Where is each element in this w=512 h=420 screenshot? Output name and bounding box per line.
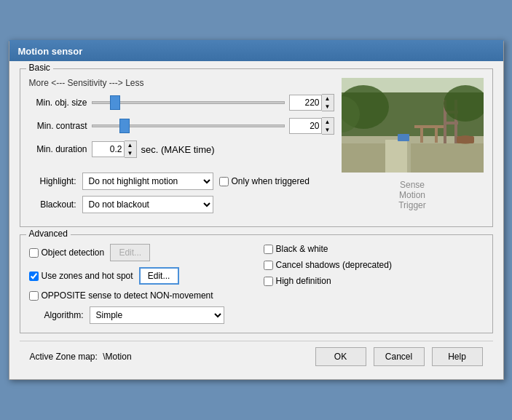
- object-detection-checkbox[interactable]: [29, 248, 39, 258]
- motion-sensor-dialog: Motion sensor Basic More <--- Sensitivit…: [9, 40, 504, 380]
- min-obj-size-spinbox: 220 ▲ ▼: [289, 94, 334, 111]
- min-duration-input[interactable]: 0.2: [92, 141, 125, 157]
- active-zone: Active Zone map: \Motion: [30, 352, 308, 362]
- high-definition-label[interactable]: High definition: [264, 276, 331, 286]
- min-contrast-input[interactable]: 20: [289, 118, 322, 134]
- duration-suffix: sec. (MAKE time): [141, 144, 215, 155]
- highlight-label: Highlight:: [29, 176, 76, 186]
- svg-rect-17: [457, 136, 474, 143]
- opposite-sense-label[interactable]: OPPOSITE sense to detect NON-movement: [29, 290, 213, 301]
- highlight-select[interactable]: Do not highlight motion Highlight motion…: [82, 173, 213, 190]
- only-when-triggered-label[interactable]: Only when triggered: [219, 176, 310, 186]
- advanced-group: Advanced Object detection Edit... Use zo…: [20, 234, 493, 333]
- trigger-label: Trigger: [394, 200, 430, 210]
- svg-rect-7: [444, 122, 458, 124]
- only-when-triggered-checkbox[interactable]: [219, 177, 229, 186]
- algorithm-label: Algorithm:: [29, 310, 84, 320]
- min-obj-size-label: Min. obj. size: [29, 98, 87, 108]
- basic-group-title: Basic: [26, 63, 53, 73]
- min-duration-label: Min. duration: [29, 144, 87, 154]
- svg-rect-10: [435, 128, 438, 143]
- use-zones-checkbox[interactable]: [29, 272, 39, 281]
- cancel-shadows-checkbox[interactable]: [264, 261, 273, 270]
- dialog-title: Motion sensor: [9, 41, 503, 61]
- use-zones-edit-btn[interactable]: Edit...: [139, 267, 179, 285]
- object-detection-label[interactable]: Object detection: [29, 247, 105, 258]
- min-obj-size-input[interactable]: 220: [289, 95, 322, 111]
- cancel-shadows-label[interactable]: Cancel shadows (deprecated): [264, 260, 392, 270]
- min-obj-size-down[interactable]: ▼: [322, 103, 334, 111]
- min-obj-size-slider-container: [92, 95, 285, 111]
- min-contrast-spinbox: 20 ▲ ▼: [289, 117, 334, 135]
- svg-rect-18: [342, 143, 385, 173]
- advanced-group-title: Advanced: [26, 229, 71, 239]
- motion-label: Motion: [394, 190, 430, 200]
- cancel-button[interactable]: Cancel: [374, 347, 425, 366]
- min-contrast-label: Min. contrast: [29, 121, 87, 131]
- min-obj-size-slider[interactable]: [92, 95, 285, 110]
- sensitivity-label: More <--- Sensitivity ---> Less: [29, 78, 144, 88]
- min-contrast-slider[interactable]: [92, 119, 285, 133]
- help-button[interactable]: Help: [432, 347, 483, 366]
- min-duration-up[interactable]: ▲: [125, 141, 136, 149]
- svg-rect-3: [385, 140, 407, 173]
- high-definition-checkbox[interactable]: [264, 277, 273, 286]
- ok-button[interactable]: OK: [315, 347, 366, 366]
- black-white-checkbox[interactable]: [264, 245, 273, 254]
- object-detection-edit-btn[interactable]: Edit...: [110, 244, 150, 261]
- blackout-label: Blackout:: [29, 199, 76, 210]
- opposite-sense-checkbox[interactable]: [29, 291, 39, 301]
- min-contrast-down[interactable]: ▼: [322, 126, 334, 134]
- basic-group: Basic More <--- Sensitivity ---> Less Mi…: [20, 68, 493, 227]
- camera-preview: [342, 78, 484, 173]
- black-white-label[interactable]: Black & white: [264, 244, 328, 254]
- min-duration-down[interactable]: ▼: [125, 149, 136, 157]
- sense-label: Sense: [394, 180, 430, 190]
- footer: Active Zone map: \Motion OK Cancel Help: [20, 341, 493, 372]
- algorithm-select[interactable]: Simple Advanced KNN MOG2: [90, 306, 224, 324]
- min-duration-spinbox: 0.2 ▲ ▼: [92, 140, 137, 158]
- svg-rect-8: [414, 125, 444, 128]
- side-labels: Sense Motion Trigger: [394, 173, 430, 218]
- min-obj-size-up[interactable]: ▲: [322, 95, 334, 103]
- min-contrast-slider-container: [92, 118, 285, 134]
- min-contrast-up[interactable]: ▲: [322, 118, 334, 126]
- use-zones-label[interactable]: Use zones and hot spot: [29, 271, 133, 281]
- svg-rect-12: [398, 134, 409, 141]
- svg-rect-9: [420, 128, 423, 143]
- blackout-select[interactable]: Do not blackout Blackout when triggered …: [82, 196, 213, 213]
- svg-rect-19: [411, 143, 484, 173]
